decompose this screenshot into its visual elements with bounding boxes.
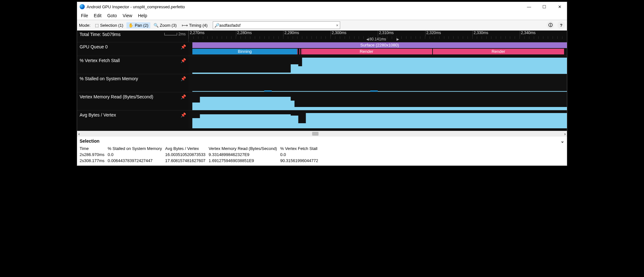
stage-render-1[interactable]: Render <box>301 49 432 54</box>
svg-rect-2 <box>264 90 272 92</box>
table-header[interactable]: Vertex Memory Read (Bytes/Second) <box>209 146 280 152</box>
menu-goto[interactable]: Goto <box>105 12 119 19</box>
app-window: Android GPU Inspector - unsplit_compress… <box>77 2 567 166</box>
mode-timing-label: Timing (4) <box>189 23 208 28</box>
window-controls: — ☐ ✕ <box>524 4 564 9</box>
graph-avg-bytes[interactable] <box>189 110 567 128</box>
ruler-tick: 2,270ms <box>189 31 236 36</box>
scroll-right-icon[interactable]: › <box>564 131 566 136</box>
maximize-button[interactable]: ☐ <box>540 4 549 9</box>
minimize-button[interactable]: — <box>524 4 534 9</box>
mode-selection-label: Selection (1) <box>100 23 123 28</box>
info-button[interactable]: ⓘ <box>547 21 554 29</box>
track-stalled-sysmem: % Stalled on System Memory 📌 <box>77 74 567 92</box>
selection-title: Selection <box>80 138 99 144</box>
range-annotation: 80.141ms <box>189 37 567 41</box>
search-input[interactable] <box>219 23 336 28</box>
range-arrow-left-icon <box>366 38 369 41</box>
timing-icon: ⟼ <box>182 23 188 28</box>
track-gpu-queue: GPU Queue 0 📌 Surface (2280x1080) Binnin… <box>77 42 567 56</box>
ruler-tick: 2,330ms <box>472 31 520 36</box>
scroll-thumb[interactable] <box>312 132 318 136</box>
svg-rect-1 <box>192 91 567 92</box>
track-label-gpu-queue: GPU Queue 0 <box>80 44 108 49</box>
graph-vmem-read[interactable] <box>189 92 567 110</box>
chevron-down-icon[interactable]: ⌄ <box>561 138 564 144</box>
stage-render-2[interactable]: Render <box>433 49 564 54</box>
mode-pan-label: Pan (2) <box>135 23 148 28</box>
table-header[interactable]: Time <box>80 146 108 152</box>
zoom-icon: 🔍 <box>154 23 159 28</box>
menu-help[interactable]: Help <box>135 12 150 19</box>
graph-stalled-sysmem[interactable] <box>189 74 567 92</box>
selection-icon: ⬚ <box>95 23 99 28</box>
mode-pan[interactable]: ✋ Pan (2) <box>126 22 150 28</box>
track-label-avg-bytes: Avg Bytes / Vertex <box>80 112 116 117</box>
pin-icon[interactable]: 📌 <box>181 112 186 117</box>
ruler-tick: 2,300ms <box>331 31 378 36</box>
selection-table: Time% Stalled on System MemoryAvg Bytes … <box>80 146 321 164</box>
app-icon <box>80 4 85 9</box>
ruler-tick: 2,310ms <box>378 31 425 36</box>
track-label-vertex-fetch: % Vertex Fetch Stall <box>80 58 120 63</box>
help-button[interactable]: ? <box>557 21 565 29</box>
titlebar: Android GPU Inspector - unsplit_compress… <box>77 2 567 11</box>
track-body-gpu-queue[interactable]: Surface (2280x1080) Binning Render Rende… <box>189 42 567 56</box>
track-vertex-fetch-stall: % Vertex Fetch Stall 📌 <box>77 56 567 74</box>
mode-zoom-label: Zoom (3) <box>160 23 177 28</box>
menu-edit[interactable]: Edit <box>91 12 104 19</box>
scroll-left-icon[interactable]: ‹ <box>78 131 80 136</box>
track-vmem-read: Vertex Memory Read (Bytes/Second) 📌 <box>77 92 567 110</box>
pin-icon[interactable]: 📌 <box>181 94 186 99</box>
time-ruler[interactable]: 2,270ms2,280ms2,290ms2,300ms2,310ms2,320… <box>189 31 567 42</box>
table-header[interactable]: % Vertex Fetch Stall <box>280 146 321 152</box>
toolbar: Mode: ⬚ Selection (1) ✋ Pan (2) 🔍 Zoom (… <box>77 20 567 31</box>
mode-label: Mode: <box>79 23 90 28</box>
table-row[interactable]: 2s308.177ms0.00644378397242744717.608157… <box>80 158 321 164</box>
track-avg-bytes: Avg Bytes / Vertex 📌 <box>77 110 567 128</box>
timeline[interactable]: Total Time: 5s079ms 2ms 2,270ms2,280ms2,… <box>77 31 567 131</box>
table-header[interactable]: Avg Bytes / Vertex <box>165 146 209 152</box>
track-label-stalled-sysmem: % Stalled on System Memory <box>80 76 138 81</box>
range-arrow-right-icon <box>397 38 399 41</box>
search-box[interactable]: 🔎 × <box>213 21 340 29</box>
ruler-tick: 2,290ms <box>283 31 331 36</box>
surface-bar[interactable]: Surface (2280x1080) <box>192 42 567 48</box>
scale-indicator: 2ms <box>164 32 186 36</box>
pin-icon[interactable]: 📌 <box>181 44 186 49</box>
total-time: Total Time: 5s079ms <box>80 32 120 37</box>
graph-vertex-fetch[interactable] <box>189 56 567 74</box>
horizontal-scrollbar[interactable]: ‹ › <box>77 131 567 137</box>
ruler-tick: 2,340ms <box>520 31 567 36</box>
pin-icon[interactable]: 📌 <box>181 76 186 81</box>
svg-rect-3 <box>370 90 378 92</box>
mode-timing[interactable]: ⟼ Timing (4) <box>180 22 210 28</box>
svg-marker-0 <box>189 58 567 74</box>
mode-selection[interactable]: ⬚ Selection (1) <box>93 22 125 28</box>
stage-sliver[interactable] <box>299 49 300 54</box>
menubar: File Edit Goto View Help <box>77 11 567 20</box>
stage-sliver[interactable] <box>297 49 298 54</box>
stage-binning[interactable]: Binning <box>192 49 297 54</box>
svg-marker-5 <box>192 113 567 128</box>
search-clear[interactable]: × <box>336 23 339 28</box>
menu-file[interactable]: File <box>78 12 91 19</box>
ruler-tick: 2,280ms <box>236 31 283 36</box>
menu-view[interactable]: View <box>120 12 135 19</box>
mode-zoom[interactable]: 🔍 Zoom (3) <box>152 22 179 28</box>
window-title: Android GPU Inspector - unsplit_compress… <box>87 4 524 9</box>
table-header[interactable]: % Stalled on System Memory <box>108 146 165 152</box>
pin-icon[interactable]: 📌 <box>181 58 186 63</box>
table-row[interactable]: 2s286.970ms0.016.0035105208735339.331489… <box>80 152 321 158</box>
close-button[interactable]: ✕ <box>555 4 564 9</box>
pan-icon: ✋ <box>128 23 133 28</box>
svg-marker-4 <box>192 97 567 110</box>
stage-sliver[interactable] <box>301 49 302 54</box>
timeline-header: Total Time: 5s079ms 2ms 2,270ms2,280ms2,… <box>77 31 567 42</box>
selection-panel: Selection ⌄ Time% Stalled on System Memo… <box>77 137 567 166</box>
ruler-tick: 2,320ms <box>425 31 473 36</box>
track-label-vmem-read: Vertex Memory Read (Bytes/Second) <box>80 94 153 99</box>
search-icon: 🔎 <box>214 23 219 28</box>
